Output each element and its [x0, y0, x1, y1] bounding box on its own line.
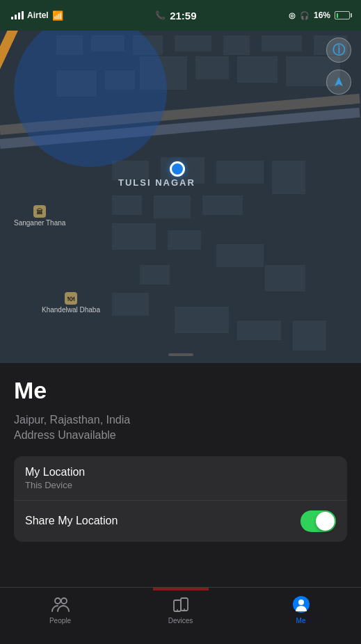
drag-handle [168, 353, 193, 356]
my-location-subtitle: This Device [25, 480, 336, 490]
toggle-knob [316, 512, 335, 531]
panel-location: Jaipur, Rajasthan, India Address Unavail… [14, 412, 347, 444]
poi-label-khandelwal: Khandelwal Dhaba [42, 306, 100, 314]
battery-percent: 16% [314, 10, 330, 20]
location-button[interactable] [326, 70, 351, 95]
area-label: TULSI NAGAR [118, 177, 195, 188]
map-block [261, 35, 303, 52]
map-block [139, 264, 170, 285]
map-block [111, 292, 150, 316]
map-block [174, 35, 212, 52]
poi-label-sanganer: Sanganer Thana [14, 219, 65, 227]
status-bar: Airtel 📶 📞 21:59 ◎ 🎧 16% [0, 0, 361, 31]
location-dot [170, 161, 185, 177]
panel-title: Me [14, 377, 347, 404]
share-location-label: Share My Location [25, 515, 118, 527]
poi-sanganer: 🏛 Sanganer Thana [14, 205, 65, 227]
map-block [236, 320, 282, 341]
map-block [195, 56, 230, 80]
map-block [216, 160, 264, 184]
map-block [111, 195, 143, 216]
svg-point-0 [55, 598, 61, 604]
svg-point-1 [61, 598, 67, 604]
share-location-row[interactable]: Share My Location [14, 501, 347, 542]
phone-icon: 📞 [155, 10, 166, 20]
info-button[interactable]: ⓘ [326, 38, 351, 63]
people-tab-icon [51, 595, 70, 614]
map-block [271, 160, 306, 195]
poi-icon-khandelwal: 🍽 [65, 292, 77, 305]
headphone-icon: 🎧 [300, 11, 310, 20]
poi-khandelwal: 🍽 Khandelwal Dhaba [42, 292, 100, 314]
signal-bars-icon [11, 11, 24, 19]
drag-handle-area[interactable] [0, 353, 361, 356]
carrier-label: Airtel [27, 10, 49, 20]
my-location-title: My Location [25, 466, 336, 478]
tab-bar: People Devices Me [0, 587, 361, 644]
map-block [167, 230, 202, 250]
map-view[interactable]: TULSI NAGAR 🏛 Sanganer Thana 🍽 Khandelwa… [0, 0, 361, 369]
map-block [236, 56, 278, 83]
map-block [216, 243, 264, 268]
tab-people-label: People [49, 617, 71, 625]
map-block [264, 264, 306, 292]
map-block [202, 195, 243, 216]
tab-devices-label: Devices [168, 617, 193, 625]
share-location-toggle[interactable] [300, 510, 336, 532]
tab-me-label: Me [296, 617, 306, 625]
battery-icon [335, 11, 350, 19]
location-icon: ◎ [289, 11, 296, 20]
time-label: 21:59 [170, 10, 196, 22]
tab-people[interactable]: People [0, 595, 120, 625]
bottom-panel: Me Jaipur, Rajasthan, India Address Unav… [0, 363, 361, 587]
map-block [174, 306, 230, 334]
tab-devices[interactable]: Devices [120, 595, 241, 625]
status-right: ◎ 🎧 16% [289, 10, 350, 20]
map-block [153, 195, 191, 219]
map-block [223, 35, 250, 56]
svg-point-7 [298, 599, 304, 605]
status-center: 📞 21:59 [155, 10, 196, 22]
status-left: Airtel 📶 [11, 10, 63, 21]
tab-me[interactable]: Me [241, 595, 361, 625]
me-tab-icon [291, 595, 311, 614]
location-arrow-icon [332, 76, 345, 88]
info-card: My Location This Device Share My Locatio… [14, 456, 347, 542]
my-location-row: My Location This Device [14, 456, 347, 501]
poi-icon-sanganer: 🏛 [33, 205, 46, 218]
wifi-icon: 📶 [52, 10, 63, 21]
devices-tab-icon [171, 595, 191, 614]
map-block [111, 223, 157, 250]
map-block [292, 320, 327, 351]
location-radius [14, 14, 167, 167]
